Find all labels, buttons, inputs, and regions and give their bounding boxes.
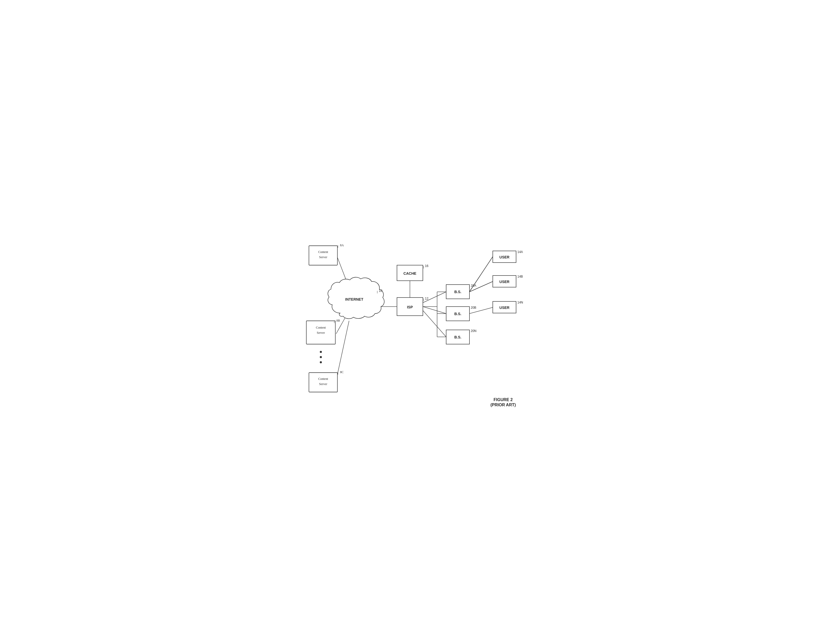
figure-label: FIGURE 2 [494, 397, 513, 402]
content-server-b-line1: Content [316, 326, 326, 329]
isp-ref: 12 [425, 297, 429, 300]
dot1 [320, 351, 322, 353]
internet-cloud: INTERNET [328, 277, 384, 318]
bs-a-label: B.S. [454, 290, 461, 294]
content-server-a-line1: Content [318, 250, 328, 254]
bs-n-box: B.S. 20N [446, 329, 476, 344]
user-n-box: USER 14N [493, 301, 523, 313]
bs-a-box: B.S. 20A [446, 284, 476, 299]
user-a-ref: 14A [518, 250, 523, 254]
user-n-label: USER [499, 306, 510, 310]
content-server-b: Content Server 8B [306, 319, 340, 344]
user-a-box: USER 14A [493, 250, 523, 263]
content-server-a-line2: Server [319, 255, 327, 259]
cache-label: CACHE [403, 271, 416, 275]
content-server-c: Content Server 8C [309, 370, 344, 392]
isp-box: ISP 12 [397, 297, 429, 316]
isp-label: ISP [407, 305, 413, 309]
bs-b-label: B.S. [454, 312, 461, 316]
cache-box: CACHE 16 [397, 264, 429, 281]
user-b-box: USER 14B [493, 275, 523, 287]
content-server-c-line2: Server [319, 382, 327, 386]
content-server-c-line1: Content [318, 377, 328, 381]
content-server-b-ref: 8B [336, 319, 340, 323]
user-b-ref: 14B [518, 275, 523, 278]
svg-line-6 [423, 307, 446, 314]
dot2 [320, 356, 322, 358]
bs-n-ref: 20N [471, 329, 476, 333]
bs-a-ref: 20A [471, 284, 476, 287]
bs-n-label: B.S. [454, 335, 461, 339]
content-server-a: Content Server 8A [309, 243, 344, 265]
svg-line-7 [423, 310, 446, 337]
cache-ref: 16 [425, 264, 429, 268]
user-b-label: USER [499, 280, 510, 284]
content-server-b-line2: Server [317, 331, 325, 335]
internet-label: INTERNET [345, 297, 363, 301]
diagram-container: INTERNET CACHE 16 ISP 12 B.S. 20A [296, 225, 529, 419]
user-a-label: USER [499, 255, 510, 259]
figure-sublabel: (PRIOR ART) [490, 403, 516, 407]
content-server-a-ref: 8A [340, 243, 344, 247]
bs-b-box: B.S. 20B [446, 306, 476, 321]
content-server-c-ref: 8C [340, 370, 344, 374]
bs-b-ref: 20B [471, 306, 476, 309]
dot3 [320, 361, 322, 363]
user-n-ref: 14N [518, 301, 523, 304]
internet-ref: 10 [379, 289, 382, 293]
